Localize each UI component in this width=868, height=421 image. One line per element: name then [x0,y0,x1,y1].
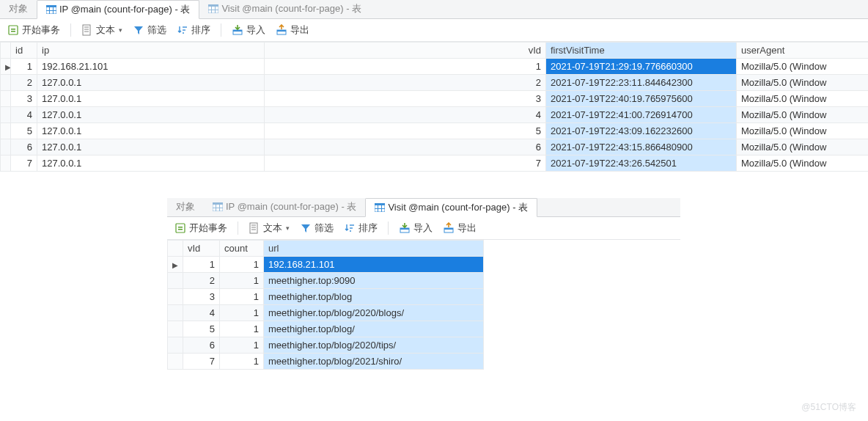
cell-vId[interactable]: 3 [265,91,546,107]
cell-vId[interactable]: 4 [183,305,220,321]
table-row[interactable]: 5127.0.0.152021-07-19T22:43:09.162232600… [1,123,869,139]
cell-vId[interactable]: 1 [183,257,220,273]
table-row[interactable]: 6127.0.0.162021-07-19T22:43:15.866480900… [1,139,869,155]
cell-count[interactable]: 1 [220,305,264,321]
begin-transaction-button[interactable]: 开始事务 [7,23,60,37]
tab-visit-b[interactable]: Visit @main (count-for-page) - 表 [365,198,537,217]
cell-vId[interactable]: 3 [183,289,220,305]
col-id[interactable]: id [11,43,37,59]
cell-userAgent[interactable]: Mozilla/5.0 (Window [737,107,869,123]
col-userAgent[interactable]: userAgent [737,43,869,59]
cell-firstVisitTime[interactable]: 2021-07-19T22:41:00.726914700 [546,107,737,123]
table-row[interactable]: 51meethigher.top/blog/ [168,321,484,337]
cell-vId[interactable]: 5 [265,123,546,139]
cell-id[interactable]: 6 [11,139,37,155]
cell-count[interactable]: 1 [220,321,264,337]
import-button[interactable]: 导入 [232,23,265,37]
filter-button[interactable]: 筛选 [133,23,166,37]
ip-table-grid[interactable]: id ip vId firstVisitTime userAgent ▶1192… [0,42,868,172]
cell-url[interactable]: meethigher.top/blog/ [264,321,484,337]
cell-vId[interactable]: 7 [265,155,546,172]
sort-button[interactable]: 排序 [177,23,210,37]
cell-url[interactable]: meethigher.top:9090 [264,273,484,289]
text-button-b[interactable]: 文本 ▾ [249,222,290,235]
text-button[interactable]: 文本 ▾ [81,23,122,37]
table-row[interactable]: 21meethigher.top:9090 [168,273,484,289]
cell-url[interactable]: meethigher.top/blog [264,289,484,305]
cell-vId[interactable]: 4 [265,107,546,123]
cell-id[interactable]: 1 [11,59,37,75]
cell-firstVisitTime[interactable]: 2021-07-19T22:40:19.765975600 [546,91,737,107]
cell-id[interactable]: 3 [11,91,37,107]
cell-userAgent[interactable]: Mozilla/5.0 (Window [737,139,869,155]
tab-objects[interactable]: 对象 [0,0,37,18]
table-row[interactable]: 31meethigher.top/blog [168,289,484,305]
col-vId[interactable]: vId [183,241,220,257]
cell-firstVisitTime[interactable]: 2021-07-19T22:23:11.844642300 [546,75,737,91]
cell-url[interactable]: 192.168.21.101 [264,257,484,273]
tab-objects-b[interactable]: 对象 [167,197,204,216]
export-button[interactable]: 导出 [276,23,309,37]
cell-userAgent[interactable]: Mozilla/5.0 (Window [737,91,869,107]
tab-visit[interactable]: Visit @main (count-for-page) - 表 [199,0,370,18]
cell-vId[interactable]: 7 [183,354,220,370]
filter-icon [133,24,144,36]
begin-transaction-button-b[interactable]: 开始事务 [174,222,227,235]
cell-count[interactable]: 1 [220,337,264,354]
table-row[interactable]: 2127.0.0.122021-07-19T22:23:11.844642300… [1,75,869,91]
cell-ip[interactable]: 127.0.0.1 [37,123,265,139]
col-vId[interactable]: vId [265,43,546,59]
cell-ip[interactable]: 127.0.0.1 [37,91,265,107]
cell-vId[interactable]: 1 [265,59,546,75]
col-firstVisitTime[interactable]: firstVisitTime [546,43,737,59]
cell-vId[interactable]: 2 [265,75,546,91]
cell-count[interactable]: 1 [220,273,264,289]
cell-count[interactable]: 1 [220,257,264,273]
col-ip[interactable]: ip [37,43,265,59]
table-row[interactable]: 71meethigher.top/blog/2021/shiro/ [168,354,484,370]
cell-id[interactable]: 4 [11,107,37,123]
cell-url[interactable]: meethigher.top/blog/2020/blogs/ [264,305,484,321]
table-row[interactable]: 4127.0.0.142021-07-19T22:41:00.726914700… [1,107,869,123]
cell-vId[interactable]: 2 [183,273,220,289]
table-row[interactable]: ▶11192.168.21.101 [168,257,484,273]
cell-vId[interactable]: 6 [265,139,546,155]
import-button-b[interactable]: 导入 [399,222,433,235]
table-row[interactable]: 3127.0.0.132021-07-19T22:40:19.765975600… [1,91,869,107]
cell-firstVisitTime[interactable]: 2021-07-19T22:43:09.162232600 [546,123,737,139]
col-count[interactable]: count [220,241,264,257]
table-row[interactable]: 7127.0.0.172021-07-19T22:43:26.542501Moz… [1,155,869,172]
cell-url[interactable]: meethigher.top/blog/2020/tips/ [264,337,484,354]
cell-ip[interactable]: 127.0.0.1 [37,139,265,155]
tab-ip-b[interactable]: IP @main (count-for-page) - 表 [204,197,365,216]
cell-vId[interactable]: 5 [183,321,220,337]
filter-button-b[interactable]: 筛选 [300,222,334,235]
export-button-b[interactable]: 导出 [443,222,477,235]
cell-id[interactable]: 5 [11,123,37,139]
cell-userAgent[interactable]: Mozilla/5.0 (Window [737,155,869,172]
svg-rect-21 [233,30,242,32]
cell-url[interactable]: meethigher.top/blog/2021/shiro/ [264,354,484,370]
cell-userAgent[interactable]: Mozilla/5.0 (Window [737,59,869,75]
visit-table-grid[interactable]: vId count url ▶11192.168.21.10121meethig… [167,240,484,370]
col-url[interactable]: url [264,241,484,257]
cell-userAgent[interactable]: Mozilla/5.0 (Window [737,123,869,139]
cell-vId[interactable]: 6 [183,337,220,354]
cell-ip[interactable]: 127.0.0.1 [37,155,265,172]
table-row[interactable]: ▶1192.168.21.10112021-07-19T21:29:19.776… [1,59,869,75]
table-row[interactable]: 41meethigher.top/blog/2020/blogs/ [168,305,484,321]
cell-userAgent[interactable]: Mozilla/5.0 (Window [737,75,869,91]
tab-ip[interactable]: IP @main (count-for-page) - 表 [37,0,199,19]
cell-ip[interactable]: 127.0.0.1 [37,107,265,123]
cell-firstVisitTime[interactable]: 2021-07-19T22:43:15.866480900 [546,139,737,155]
cell-ip[interactable]: 192.168.21.101 [37,59,265,75]
table-row[interactable]: 61meethigher.top/blog/2020/tips/ [168,337,484,354]
cell-count[interactable]: 1 [220,354,264,370]
cell-id[interactable]: 7 [11,155,37,172]
sort-button-b[interactable]: 排序 [344,222,378,235]
cell-ip[interactable]: 127.0.0.1 [37,75,265,91]
cell-firstVisitTime[interactable]: 2021-07-19T21:29:19.776660300 [546,59,737,75]
cell-firstVisitTime[interactable]: 2021-07-19T22:43:26.542501 [546,155,737,172]
cell-id[interactable]: 2 [11,75,37,91]
cell-count[interactable]: 1 [220,289,264,305]
